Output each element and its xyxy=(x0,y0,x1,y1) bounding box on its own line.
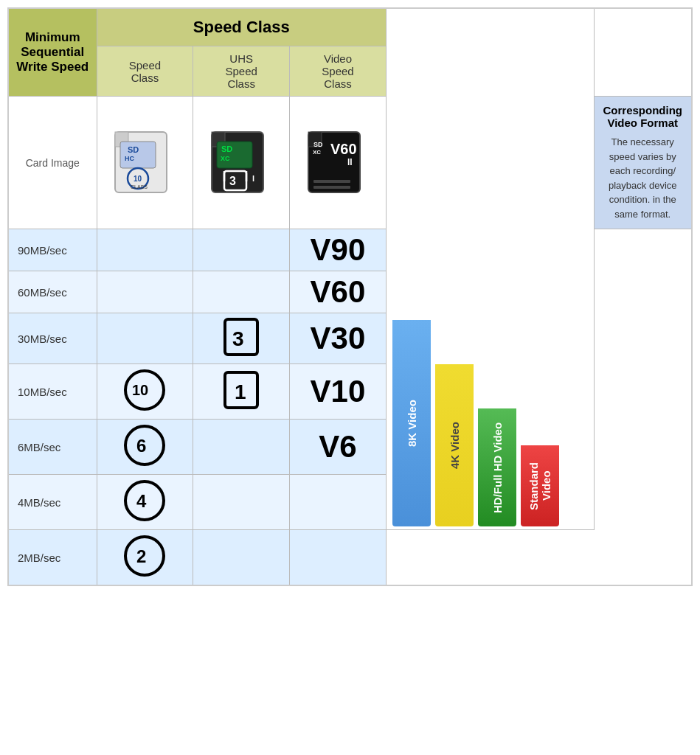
vsc-10: V10 xyxy=(290,364,387,420)
vsc-60: V60 xyxy=(290,271,387,313)
sdxc-v60-card-svg: SD XC V60 II xyxy=(305,128,371,195)
card-image-sdhc: SD HC 10 CLASS xyxy=(97,97,193,229)
vsc-6: V6 xyxy=(290,420,387,475)
svg-text:CLASS: CLASS xyxy=(131,184,148,189)
col-uhs-header: UHS Speed Class xyxy=(193,46,290,97)
c2-symbol: 2 xyxy=(122,533,167,579)
sc-4: 4 xyxy=(97,475,193,530)
svg-text:XC: XC xyxy=(313,149,321,156)
uhs-6 xyxy=(193,420,290,475)
svg-text:XC: XC xyxy=(221,155,230,162)
svg-text:V60: V60 xyxy=(330,141,357,157)
speed-10: 10MB/sec xyxy=(8,364,97,420)
speed-4: 4MB/sec xyxy=(8,475,97,530)
sc-60 xyxy=(97,271,193,313)
video-format-text: The necessary speed varies by each recor… xyxy=(603,135,683,221)
speed-class-header: Speed Class xyxy=(97,8,386,46)
sc-2: 2 xyxy=(97,530,193,586)
uhs-60 xyxy=(193,271,290,313)
sc-30 xyxy=(97,313,193,364)
sc-10: 10 xyxy=(97,364,193,420)
svg-text:6: 6 xyxy=(136,436,146,456)
table-row: 2MB/sec 2 xyxy=(8,530,692,586)
svg-text:1: 1 xyxy=(235,380,246,403)
card-image-sdxc-v60: SD XC V60 II xyxy=(290,97,387,229)
card-image-label-cell: Card Image xyxy=(8,97,97,229)
vsc-4 xyxy=(290,475,387,530)
uhs-10: 1 xyxy=(193,364,290,420)
video-format-info-cell: Corresponding Video Format The necessary… xyxy=(594,97,692,229)
hd-video-bar: HD/Full HD Video xyxy=(478,408,516,526)
vsc-30: V30 xyxy=(290,313,387,364)
svg-text:HC: HC xyxy=(125,155,134,162)
uhs-30: 3 xyxy=(193,313,290,364)
video-format-title: Corresponding Video Format xyxy=(603,104,683,129)
speed-class-table: Minimum Sequential Write Speed Speed Cla… xyxy=(7,7,693,586)
speed-2: 2MB/sec xyxy=(8,530,97,586)
svg-rect-24 xyxy=(313,180,350,183)
vsc-90: V90 xyxy=(290,229,387,271)
svg-text:3: 3 xyxy=(232,327,244,350)
c4-symbol: 4 xyxy=(122,478,167,523)
sdhc-card-svg: SD HC 10 CLASS xyxy=(111,128,178,195)
svg-text:10: 10 xyxy=(132,382,148,398)
c10-symbol: 10 xyxy=(122,367,167,413)
sc-6: 6 xyxy=(97,420,193,475)
svg-text:4: 4 xyxy=(136,491,147,511)
sc-90 xyxy=(97,229,193,271)
svg-text:3: 3 xyxy=(229,175,236,187)
speed-60: 60MB/sec xyxy=(8,271,97,313)
u3-symbol: 3 xyxy=(222,316,260,358)
sdxc-u3-card-svg: SD XC 3 I xyxy=(208,128,274,195)
svg-text:SD: SD xyxy=(221,145,232,153)
col-speedclass-header: Speed Class xyxy=(97,46,193,97)
8k-video-bar: 8K Video xyxy=(392,320,431,526)
svg-text:SD: SD xyxy=(128,145,139,154)
svg-text:2: 2 xyxy=(136,546,146,566)
col-vsc-header: Video Speed Class xyxy=(290,46,387,97)
svg-text:II: II xyxy=(347,157,353,167)
vsc-2 xyxy=(290,530,387,586)
min-speed-header: Minimum Sequential Write Speed xyxy=(8,8,97,97)
uhs-90 xyxy=(193,229,290,271)
video-bars-container: 8K Video 4K Video HD/Full HD Video Stand… xyxy=(387,317,594,529)
4k-video-bar: 4K Video xyxy=(435,364,474,526)
svg-text:SD: SD xyxy=(313,141,323,148)
svg-rect-25 xyxy=(313,186,350,189)
svg-text:I: I xyxy=(252,174,254,183)
card-image-sdxc-u3: SD XC 3 I xyxy=(193,97,290,229)
speed-6: 6MB/sec xyxy=(8,420,97,475)
video-bars-cell: 8K Video 4K Video HD/Full HD Video Stand… xyxy=(386,8,594,530)
c6-symbol: 6 xyxy=(122,422,167,468)
u1-symbol: 1 xyxy=(222,369,260,411)
speed-30: 30MB/sec xyxy=(8,313,97,364)
uhs-2 xyxy=(193,530,290,586)
std-video-bar: Standard Video xyxy=(521,445,559,526)
speed-90: 90MB/sec xyxy=(8,229,97,271)
uhs-4 xyxy=(193,475,290,530)
svg-text:10: 10 xyxy=(134,175,142,183)
